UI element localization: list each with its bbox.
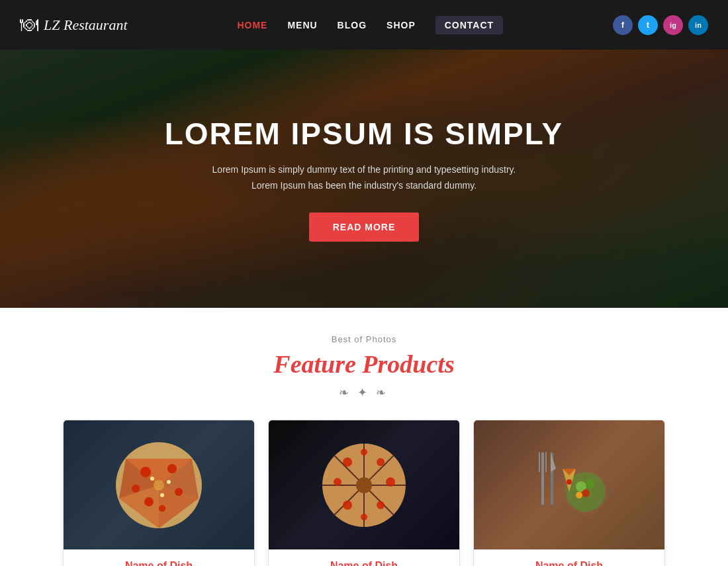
svg-point-14	[167, 480, 171, 484]
nav-item-home[interactable]: HOME	[237, 19, 267, 31]
logo-text: LZ Restaurant	[44, 17, 128, 34]
pizza-image-1	[113, 439, 205, 532]
svg-point-13	[150, 477, 154, 481]
pizza-image-2	[318, 439, 410, 532]
social-icons: f t ig in	[613, 15, 708, 35]
linkedin-icon[interactable]: in	[688, 15, 708, 35]
svg-point-8	[175, 488, 183, 496]
svg-rect-32	[545, 452, 547, 472]
section-title: Feature Products	[20, 350, 708, 379]
svg-point-12	[154, 480, 164, 491]
products-grid: Name of Dish $25 ADD TO CART	[20, 420, 708, 566]
svg-point-24	[386, 477, 395, 487]
svg-point-27	[334, 478, 341, 486]
product-card: Name of Dish $25 ADD TO CART	[63, 420, 255, 566]
svg-rect-31	[539, 452, 540, 472]
nav-link-menu[interactable]: MENU	[287, 20, 317, 30]
svg-point-42	[567, 479, 572, 485]
product-info-2: Name of Dish $25 ADD TO CART	[269, 549, 459, 566]
svg-point-28	[361, 449, 367, 455]
nav-link-home[interactable]: HOME	[237, 20, 267, 30]
section-divider: ❧ ✦ ❧	[20, 385, 708, 400]
svg-point-22	[343, 457, 352, 467]
svg-point-39	[576, 492, 582, 498]
read-more-button[interactable]: READ MORE	[309, 212, 420, 242]
product-info-3: Name of Dish $25 ADD TO CART	[474, 549, 664, 566]
product-info-1: Name of Dish $25 ADD TO CART	[64, 549, 254, 566]
products-section: Best of Photos Feature Products ❧ ✦ ❧	[0, 308, 728, 566]
nav-link-shop[interactable]: SHOP	[387, 20, 416, 30]
nav-item-blog[interactable]: BLOG	[338, 19, 367, 31]
svg-point-25	[377, 501, 385, 509]
twitter-icon[interactable]: t	[638, 15, 658, 35]
svg-point-15	[160, 493, 164, 497]
dish-name-1: Name of Dish	[74, 560, 244, 566]
svg-point-23	[377, 458, 385, 466]
hero-title: LOREM IPSUM IS SIMPLY	[165, 116, 564, 152]
nav-item-menu[interactable]: MENU	[287, 19, 317, 31]
svg-point-11	[132, 485, 140, 493]
svg-point-26	[343, 500, 352, 510]
dish-name-2: Name of Dish	[279, 560, 449, 566]
svg-point-7	[167, 464, 177, 473]
svg-point-9	[144, 497, 154, 506]
logo-icon: 🍽	[20, 14, 38, 36]
navbar: 🍽 LZ Restaurant HOME MENU BLOG SHOP CONT…	[0, 0, 728, 50]
nav-item-shop[interactable]: SHOP	[387, 19, 416, 31]
section-label: Best of Photos	[20, 334, 708, 344]
nav-item-contact[interactable]: CONTACT	[435, 19, 503, 31]
svg-point-37	[586, 479, 595, 489]
svg-point-29	[361, 514, 367, 520]
instagram-icon[interactable]: ig	[663, 15, 683, 35]
nav-menu: HOME MENU BLOG SHOP CONTACT	[237, 19, 503, 31]
product-image-2	[269, 420, 459, 549]
product-card-3: Name of Dish $25 ADD TO CART	[473, 420, 665, 566]
dish-name-3: Name of Dish	[484, 560, 654, 566]
hero-content: LOREM IPSUM IS SIMPLY Lorem Ipsum is sim…	[165, 116, 564, 242]
nav-link-blog[interactable]: BLOG	[338, 20, 367, 30]
svg-rect-30	[541, 452, 544, 505]
product-card-2: Name of Dish $25 ADD TO CART	[268, 420, 460, 566]
logo[interactable]: 🍽 LZ Restaurant	[20, 14, 128, 36]
nav-link-contact[interactable]: CONTACT	[435, 16, 503, 34]
facebook-icon[interactable]: f	[613, 15, 633, 35]
plate-image	[523, 439, 615, 532]
svg-point-21	[356, 477, 372, 493]
hero-subtitle: Lorem Ipsum is simply dummy text of the …	[165, 162, 564, 194]
product-image-3	[474, 420, 664, 549]
svg-point-6	[140, 467, 151, 477]
product-image-1	[64, 420, 254, 549]
hero-section: LOREM IPSUM IS SIMPLY Lorem Ipsum is sim…	[0, 50, 728, 308]
svg-point-10	[159, 505, 165, 512]
svg-point-38	[582, 489, 590, 497]
